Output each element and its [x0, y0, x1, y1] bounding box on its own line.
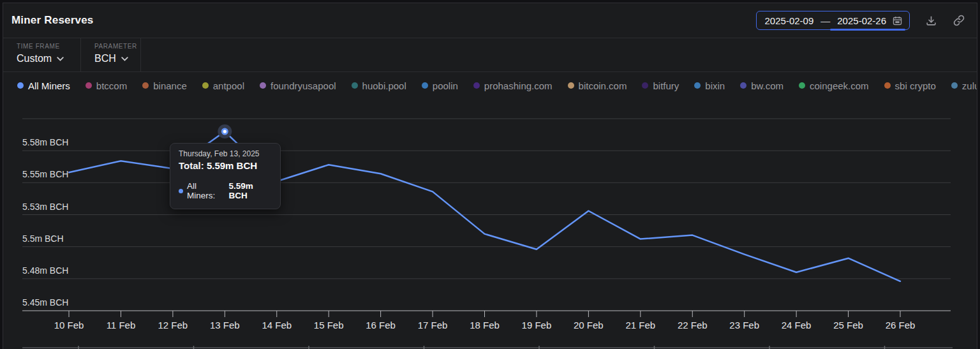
date-range-end[interactable]: 2025-02-26 [837, 15, 886, 26]
panel-header: Miner Reserves 2025-02-09 — 2025-02-26 [3, 3, 977, 38]
legend-item-coingeek-com[interactable]: coingeek.com [799, 80, 869, 91]
legend-item-huobi-pool[interactable]: huobi.pool [352, 80, 406, 91]
parameter-label: PARAMETER [94, 43, 140, 50]
legend-dot-icon [740, 82, 746, 89]
parameter-value: BCH [94, 53, 116, 64]
legend-dot-icon [202, 82, 209, 89]
series-dot-icon [179, 189, 183, 193]
tooltip-date: Thursday, Feb 13, 2025 [179, 149, 272, 158]
calendar-icon[interactable] [892, 15, 903, 26]
legend-dot-icon [694, 82, 701, 89]
legend-dot-icon [799, 82, 805, 89]
date-range-start[interactable]: 2025-02-09 [765, 15, 814, 26]
legend-item-poolin[interactable]: poolin [422, 80, 458, 91]
controls-row: TIME FRAME Custom PARAMETER BCH [3, 38, 977, 72]
legend-dot-icon [17, 82, 24, 89]
tooltip-series-row: All Miners: 5.59m BCH [179, 181, 272, 200]
legend-dot-icon [473, 82, 480, 89]
legend-dot-icon [422, 82, 428, 89]
header-actions: 2025-02-09 — 2025-02-26 [756, 11, 965, 30]
legend-item-all-miners[interactable]: All Miners [17, 80, 70, 91]
legend-dot-icon [260, 82, 266, 89]
legend-dot-icon [352, 82, 358, 89]
legend-dot-icon [951, 82, 958, 89]
legend-item-sbi-crypto[interactable]: sbi crypto [884, 80, 936, 91]
parameter-dropdown[interactable]: PARAMETER BCH [81, 38, 141, 71]
chevron-down-icon [57, 57, 64, 61]
legend-dot-icon [85, 82, 92, 89]
legend-item-bixin[interactable]: bixin [694, 80, 725, 91]
chevron-down-icon [121, 57, 128, 61]
legend-item-zulupool[interactable]: zulupool [951, 80, 977, 91]
legend-dot-icon [142, 82, 149, 89]
legend-item-btccom[interactable]: btccom [85, 80, 127, 91]
download-icon[interactable] [925, 15, 937, 27]
legend-item-bitfury[interactable]: bitfury [642, 80, 679, 91]
page-title: Miner Reserves [11, 14, 93, 27]
legend-dot-icon [568, 82, 574, 89]
chart-tooltip: Thursday, Feb 13, 2025 Total: 5.59m BCH … [170, 143, 281, 209]
date-range-separator: — [820, 15, 830, 26]
legend-item-prohashing-com[interactable]: prohashing.com [473, 80, 553, 91]
legend-item-bw-com[interactable]: bw.com [740, 80, 783, 91]
legend-dot-icon [642, 82, 648, 89]
legend-item-foundryusapool[interactable]: foundryusapool [260, 80, 336, 91]
time-frame-dropdown[interactable]: TIME FRAME Custom [3, 38, 81, 71]
date-range-picker[interactable]: 2025-02-09 — 2025-02-26 [756, 11, 910, 30]
legend-item-bitcoin-com[interactable]: bitcoin.com [568, 80, 627, 91]
time-frame-label: TIME FRAME [17, 43, 80, 50]
active-date-underline [830, 29, 905, 31]
legend-dot-icon [884, 82, 891, 89]
legend-item-antpool[interactable]: antpool [202, 80, 244, 91]
link-icon[interactable] [953, 14, 965, 27]
time-frame-value: Custom [17, 53, 52, 64]
miner-reserves-panel: Miner Reserves 2025-02-09 — 2025-02-26 [3, 3, 977, 349]
tooltip-total: Total: 5.59m BCH [179, 160, 272, 171]
legend: All Miners btccom binance antpool foundr… [3, 72, 977, 99]
legend-item-binance[interactable]: binance [142, 80, 187, 91]
